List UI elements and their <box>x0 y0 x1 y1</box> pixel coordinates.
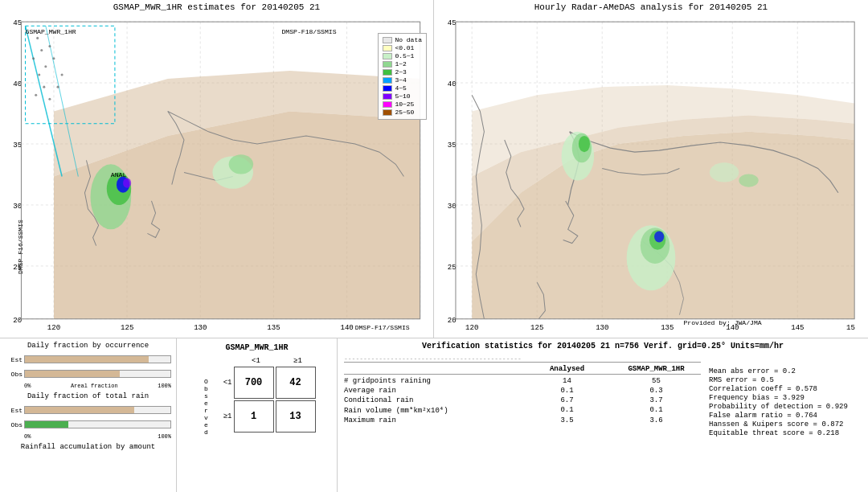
svg-point-88 <box>654 231 664 242</box>
svg-text:120: 120 <box>465 323 478 332</box>
svg-text:45: 45 <box>448 18 457 27</box>
svg-text:120: 120 <box>47 323 60 332</box>
svg-point-30 <box>123 178 131 188</box>
legend-label-2550: 25~50 <box>395 109 414 116</box>
chart-title-occurrence: Daily fraction by occurrence <box>5 342 171 350</box>
stats-right-1: RMS error = 0.5 <box>709 376 862 384</box>
stats-col-header1: Analysed <box>522 365 612 373</box>
contingency-table: GSMAP_MWR_1HR <1 ≥1 O b s e r v e d <box>177 338 338 492</box>
legend-label-001: <0.01 <box>395 44 414 51</box>
legend-item-1025: 10~25 <box>383 100 422 108</box>
svg-text:Provided by: JWA/JMA: Provided by: JWA/JMA <box>684 319 762 326</box>
stats-row-3: Rain volume (mm*km²x10⁴) 0.1 0.1 <box>344 405 701 416</box>
svg-point-44 <box>48 98 51 100</box>
bar-container-obs-occ <box>24 370 171 378</box>
svg-point-38 <box>44 65 47 68</box>
legend-label-12: 1~2 <box>395 60 406 68</box>
bar-container-est-occ <box>24 355 171 363</box>
bar-axis-start-occ: 0% <box>24 383 31 389</box>
svg-text:125: 125 <box>530 323 543 332</box>
stats-row-2-label: Conditional rain <box>344 396 522 404</box>
legend-swatch-2550 <box>383 109 392 116</box>
bar-container-obs-total <box>24 420 171 428</box>
legend-item-2550: 25~50 <box>383 109 422 116</box>
legend-item-510: 5~10 <box>383 92 422 100</box>
stats-row-3-val1: 0.1 <box>522 406 612 415</box>
chart-title-total: Daily fraction of total rain <box>5 392 171 400</box>
bar-fill-est-occ <box>25 356 149 363</box>
legend-label-051: 0.5~1 <box>395 52 414 59</box>
stats-row-4-label: Maximum rain <box>344 416 522 424</box>
ct-title: GSMAP_MWR_1HR <box>225 343 288 352</box>
bar-axis-label-occ: Areal fraction <box>71 383 118 389</box>
legend-swatch-45 <box>383 85 392 92</box>
svg-text:40: 40 <box>448 80 457 88</box>
stats-row-0: # gridpoints raining 14 55 <box>344 376 701 386</box>
stats-row-4-val2: 3.6 <box>612 416 701 424</box>
svg-text:35: 35 <box>448 141 457 150</box>
bar-fill-est-total <box>25 407 134 413</box>
bar-row-obs-total: Obs <box>5 419 171 430</box>
ct-table-area: <1 700 42 ≥1 1 13 <box>216 367 316 434</box>
ct-row-label-2: ≥1 <box>216 412 232 420</box>
bar-axis-total: 0% 100% <box>5 433 171 440</box>
stats-row-0-label: # gridpoints raining <box>344 377 522 385</box>
ct-cell-10: 1 <box>234 400 274 433</box>
bar-label-obs-occ: Obs <box>5 371 23 378</box>
stats-row-3-label: Rain volume (mm*km²x10⁴) <box>344 406 522 415</box>
stats-divider: ----------------------------------------… <box>344 355 701 363</box>
svg-text:30: 30 <box>13 202 22 211</box>
legend-swatch-34 <box>383 77 392 84</box>
right-map-canvas: 45 40 35 30 25 20 120 125 130 135 140 14… <box>434 14 868 335</box>
stats-right-0: Mean abs error = 0.2 <box>709 367 862 375</box>
stats-right-2: Correlation coeff = 0.578 <box>709 385 862 393</box>
stats-row-2-val1: 6.7 <box>522 396 612 404</box>
legend-item-001: <0.01 <box>383 44 422 51</box>
right-map-panel: Hourly Radar-AMeDAS analysis for 2014020… <box>434 0 868 338</box>
svg-point-46 <box>61 73 63 76</box>
chart-title-accumulation: Rainfall accumulation by amount <box>5 443 171 451</box>
stats-table: ----------------------------------------… <box>344 355 701 437</box>
ct-wrapper: O b s e r v e d <1 700 42 <box>199 367 316 447</box>
svg-text:135: 135 <box>267 323 280 332</box>
stats-row-3-val2: 0.1 <box>612 406 701 415</box>
ct-col-header2: ≥1 <box>278 357 318 365</box>
svg-point-41 <box>52 57 55 59</box>
legend-label-1025: 10~25 <box>395 100 414 108</box>
stats-row-1: Average rain 0.1 0.3 <box>344 386 701 396</box>
svg-point-36 <box>40 49 43 51</box>
stats-row-1-label: Average rain <box>344 387 522 395</box>
stats-row-0-val2: 55 <box>612 377 701 385</box>
legend-swatch-510 <box>383 93 392 100</box>
stats-col-header2: GSMAP_MWR_1HR <box>612 365 701 373</box>
svg-point-90 <box>739 174 758 187</box>
svg-point-84 <box>579 136 590 152</box>
svg-point-89 <box>710 162 739 182</box>
bar-axis-occ: 0% Areal fraction 100% <box>5 383 171 389</box>
svg-point-42 <box>43 86 45 88</box>
svg-text:DMSP-F18/SSMIS: DMSP-F18/SSMIS <box>282 28 337 35</box>
bar-row-est-total: Est <box>5 404 171 416</box>
legend-label-45: 4~5 <box>395 84 406 92</box>
svg-text:20: 20 <box>13 316 22 325</box>
bar-label-est-occ: Est <box>5 356 23 363</box>
stats-row-2: Conditional rain 6.7 3.7 <box>344 396 701 405</box>
stats-right: Mean abs error = 0.2 RMS error = 0.5 Cor… <box>709 355 862 437</box>
bar-axis-end-total: 100% <box>158 433 171 440</box>
stats-columns: ----------------------------------------… <box>344 355 862 437</box>
legend-label-nodata: No data <box>395 36 422 43</box>
right-map-title: Hourly Radar-AMeDAS analysis for 2014020… <box>434 0 868 14</box>
stats-header-row: Analysed GSMAP_MWR_1HR <box>344 365 701 375</box>
legend-swatch-12 <box>383 61 392 68</box>
legend-label-23: 2~3 <box>395 68 406 76</box>
bar-label-obs-total: Obs <box>5 421 23 428</box>
svg-text:35: 35 <box>13 141 22 150</box>
bar-row-obs-occ: Obs <box>5 368 171 379</box>
svg-point-35 <box>36 37 39 39</box>
legend-label-34: 3~4 <box>395 76 406 84</box>
legend-swatch-nodata <box>383 37 392 43</box>
bar-fill-obs-occ <box>25 371 120 377</box>
svg-point-45 <box>57 86 59 88</box>
svg-text:GSMAP_MWR_1HR: GSMAP_MWR_1HR <box>26 28 76 35</box>
legend-swatch-001 <box>383 45 392 51</box>
